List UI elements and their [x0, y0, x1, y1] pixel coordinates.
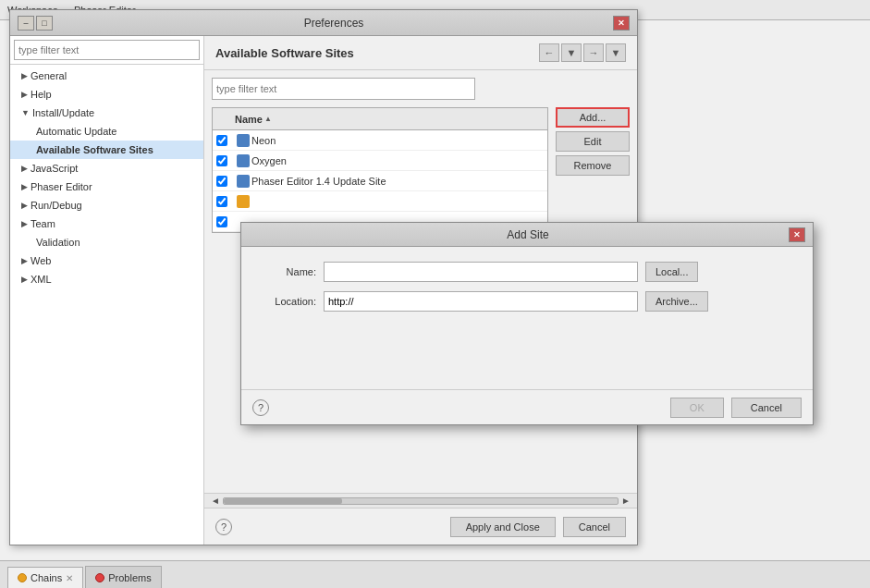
table-row[interactable]: Phaser Editor 1.4 Update Site — [213, 171, 547, 191]
javascript-label: JavaScript — [31, 163, 78, 174]
bottom-left: ? — [215, 519, 232, 535]
forward-nav-button[interactable]: → — [583, 43, 604, 62]
table-row[interactable]: Neon — [213, 130, 547, 151]
dropdown-icon: ▼ — [567, 47, 577, 58]
software-filter-input[interactable] — [212, 78, 475, 100]
forward-icon: → — [589, 47, 599, 58]
tree-item-auto-update[interactable]: Automatic Update — [10, 122, 203, 141]
tab-chains[interactable]: Chains ✕ — [7, 567, 83, 588]
row-checkbox-oxygen[interactable] — [216, 155, 235, 166]
dialog-close-button[interactable]: ✕ — [789, 227, 805, 242]
row-checkbox-neon[interactable] — [216, 135, 235, 146]
window-bottom-bar: ? Apply and Close Cancel — [204, 508, 637, 545]
scrollbar-track[interactable] — [223, 497, 619, 505]
add-button[interactable]: Add... — [556, 107, 630, 128]
row-checkbox-5[interactable] — [216, 216, 235, 227]
dialog-help-button[interactable]: ? — [252, 399, 269, 416]
tree-item-general[interactable]: ▶ General — [10, 67, 203, 85]
dialog-cancel-button[interactable]: Cancel — [731, 398, 802, 418]
location-label: Location: — [256, 296, 316, 307]
chains-tab-close-icon[interactable]: ✕ — [66, 573, 73, 583]
tree-filter-area — [10, 36, 203, 65]
filter-input-row — [212, 78, 630, 100]
table-row[interactable]: Oxygen — [213, 151, 547, 171]
archive-button[interactable]: Archive... — [645, 291, 708, 312]
available-software-label: Available Software Sites — [36, 144, 153, 155]
preferences-titlebar: – □ Preferences ✕ — [10, 10, 637, 36]
tree-item-phaser-editor[interactable]: ▶ Phaser Editor — [10, 178, 203, 196]
horizontal-scrollbar[interactable]: ◄ ► — [204, 493, 637, 508]
validation-label: Validation — [36, 237, 80, 248]
more-icon: ▼ — [611, 47, 621, 58]
maximize-button[interactable]: □ — [36, 16, 53, 31]
neon-name: Neon — [251, 135, 544, 146]
minimize-button[interactable]: – — [18, 16, 34, 31]
remove-button[interactable]: Remove — [556, 155, 630, 176]
tree-items-list: ▶ General ▶ Help ▼ Install/Update Automa… — [10, 65, 203, 545]
back-icon: ← — [545, 47, 555, 58]
xml-arrow: ▶ — [21, 275, 28, 284]
help-icon-button[interactable]: ? — [215, 519, 232, 535]
add-site-dialog: Add Site ✕ Name: Local... Location: Arch… — [240, 222, 814, 425]
back-nav-button[interactable]: ← — [539, 43, 559, 62]
oxygen-site-icon — [235, 154, 251, 167]
scroll-left-button[interactable]: ◄ — [208, 494, 223, 508]
dialog-title: Add Site — [267, 228, 789, 241]
maximize-icon: □ — [42, 18, 46, 28]
help-arrow: ▶ — [21, 90, 28, 99]
tree-item-available-software[interactable]: Available Software Sites — [10, 141, 203, 159]
ok-button[interactable]: OK — [670, 398, 724, 418]
panel-title: Available Software Sites — [215, 46, 354, 60]
tree-item-install-update[interactable]: ▼ Install/Update — [10, 104, 203, 122]
bottom-buttons: Apply and Close Cancel — [450, 517, 626, 537]
row-checkbox-4[interactable] — [216, 196, 235, 207]
help-question-icon: ? — [221, 521, 227, 533]
phaser-label: Phaser Editor — [31, 181, 92, 192]
table-row[interactable] — [213, 191, 547, 212]
location-input[interactable] — [324, 291, 638, 312]
close-button[interactable]: ✕ — [613, 16, 630, 31]
row-checkbox-phaser[interactable] — [216, 176, 235, 187]
scroll-right-button[interactable]: ► — [619, 494, 633, 508]
run-arrow: ▶ — [21, 201, 28, 210]
web-arrow: ▶ — [21, 256, 28, 265]
chains-tab-dot — [18, 573, 27, 582]
apply-close-button[interactable]: Apply and Close — [450, 517, 556, 537]
location-form-row: Location: Archive... — [256, 291, 798, 312]
tree-filter-input[interactable] — [14, 40, 200, 60]
javascript-arrow: ▶ — [21, 164, 28, 173]
phaser-arrow: ▶ — [21, 182, 28, 191]
tree-item-help[interactable]: ▶ Help — [10, 85, 203, 104]
more-button[interactable]: ▼ — [606, 43, 626, 62]
edit-button[interactable]: Edit — [556, 131, 630, 152]
problems-tab-dot — [95, 573, 104, 582]
name-header-text: Name — [235, 114, 263, 125]
tree-item-javascript[interactable]: ▶ JavaScript — [10, 159, 203, 178]
dialog-help-icon: ? — [258, 402, 263, 413]
local-button[interactable]: Local... — [645, 262, 698, 282]
problems-tab-label: Problems — [108, 572, 151, 583]
cancel-button[interactable]: Cancel — [563, 517, 626, 537]
name-input[interactable] — [324, 262, 638, 282]
tree-item-xml[interactable]: ▶ XML — [10, 270, 203, 288]
neon-site-icon — [235, 134, 251, 147]
phaser-site-name: Phaser Editor 1.4 Update Site — [251, 176, 544, 187]
panel-header: Available Software Sites ← ▼ → ▼ — [204, 36, 637, 70]
minimize-icon: – — [23, 18, 28, 28]
panel-toolbar: ← ▼ → ▼ — [539, 43, 626, 62]
dialog-titlebar: Add Site ✕ — [241, 223, 813, 247]
dropdown-button[interactable]: ▼ — [561, 43, 582, 62]
tree-item-team[interactable]: ▶ Team — [10, 214, 203, 233]
site4-icon — [235, 195, 251, 208]
tree-item-validation[interactable]: Validation — [10, 233, 203, 251]
oxygen-name: Oxygen — [251, 155, 544, 166]
team-label: Team — [31, 218, 55, 229]
name-column-header[interactable]: Name ▲ — [235, 114, 544, 125]
xml-label: XML — [31, 274, 52, 285]
web-label: Web — [31, 255, 51, 266]
tab-problems[interactable]: Problems — [85, 566, 161, 588]
name-form-row: Name: Local... — [256, 262, 798, 282]
scrollbar-thumb[interactable] — [224, 498, 342, 504]
tree-item-run-debug[interactable]: ▶ Run/Debug — [10, 196, 203, 214]
tree-item-web[interactable]: ▶ Web — [10, 251, 203, 270]
